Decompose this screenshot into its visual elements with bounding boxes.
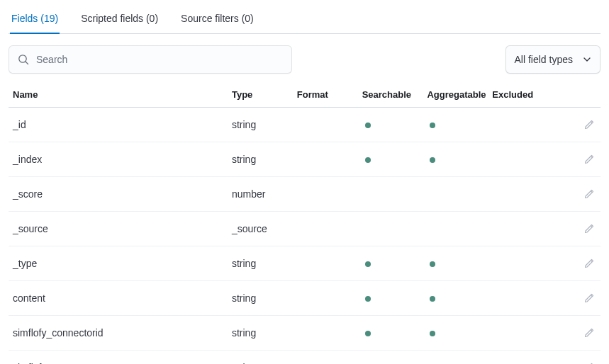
pencil-icon (583, 292, 595, 304)
pencil-icon (583, 327, 595, 339)
field-format-cell (293, 246, 358, 281)
field-edit-cell (559, 177, 600, 212)
field-type-cell: number (228, 177, 293, 212)
field-excluded-cell (488, 108, 559, 142)
svg-line-6 (591, 261, 592, 262)
field-format-cell (293, 316, 358, 351)
dot-indicator (365, 296, 371, 302)
pencil-icon (583, 154, 595, 165)
edit-button[interactable] (581, 290, 598, 307)
dot-indicator (430, 296, 435, 302)
pencil-icon (583, 223, 595, 234)
table-row: _source_source (9, 212, 600, 246)
field-type-filter[interactable]: All field types (505, 45, 600, 74)
field-searchable-cell (358, 108, 423, 142)
col-aggregatable-header[interactable]: Aggregatable (423, 84, 488, 108)
col-format-header[interactable]: Format (293, 84, 358, 108)
field-format-cell (293, 212, 358, 246)
field-edit-cell (559, 108, 600, 142)
svg-line-7 (591, 295, 592, 297)
edit-button[interactable] (581, 324, 598, 341)
field-aggregatable-cell (423, 177, 488, 212)
field-searchable-cell (358, 246, 423, 281)
pencil-icon (583, 119, 595, 130)
svg-line-8 (591, 330, 592, 331)
field-excluded-cell (488, 351, 559, 365)
svg-line-3 (591, 157, 592, 158)
field-searchable-cell (358, 281, 423, 316)
table-row: _indexstring (9, 142, 600, 177)
field-aggregatable-cell (423, 351, 488, 365)
field-searchable-cell (358, 212, 423, 246)
field-type-cell: string (228, 351, 293, 365)
pencil-icon (583, 258, 595, 269)
search-input[interactable] (36, 54, 283, 65)
svg-line-2 (591, 122, 592, 123)
table-row: _idstring (9, 108, 600, 142)
search-icon (18, 54, 29, 65)
field-excluded-cell (488, 246, 559, 281)
field-searchable-cell (358, 142, 423, 177)
col-type-header[interactable]: Type (228, 84, 293, 108)
col-edit-header (559, 84, 600, 108)
field-edit-cell (559, 351, 600, 365)
field-type-filter-label: All field types (515, 54, 573, 65)
svg-line-5 (591, 226, 592, 227)
table-row: _typestring (9, 246, 600, 281)
field-excluded-cell (488, 281, 559, 316)
field-excluded-cell (488, 212, 559, 246)
dot-indicator (430, 261, 435, 267)
edit-button[interactable] (581, 186, 598, 203)
field-aggregatable-cell (423, 108, 488, 142)
search-box[interactable] (9, 45, 292, 74)
field-edit-cell (559, 212, 600, 246)
dot-indicator (430, 157, 435, 163)
col-excluded-header[interactable]: Excluded (488, 84, 559, 108)
field-type-cell: string (228, 108, 293, 142)
tab-fields[interactable]: Fields (19) (10, 8, 60, 34)
edit-button[interactable] (581, 116, 598, 133)
tab-scripted-fields[interactable]: Scripted fields (0) (79, 8, 160, 34)
table-row: _scorenumber (9, 177, 600, 212)
tab-source-filters[interactable]: Source filters (0) (179, 8, 255, 34)
field-excluded-cell (488, 177, 559, 212)
field-name-cell: _type (9, 246, 228, 281)
field-format-cell (293, 108, 358, 142)
svg-line-1 (26, 62, 28, 64)
field-aggregatable-cell (423, 246, 488, 281)
field-excluded-cell (488, 142, 559, 177)
field-format-cell (293, 281, 358, 316)
field-type-cell: _source (228, 212, 293, 246)
field-excluded-cell (488, 316, 559, 351)
field-name-cell: _index (9, 142, 228, 177)
field-name-cell: _id (9, 108, 228, 142)
field-type-cell: string (228, 246, 293, 281)
field-aggregatable-cell (423, 212, 488, 246)
field-type-cell: string (228, 281, 293, 316)
edit-button[interactable] (581, 151, 598, 168)
dot-indicator (365, 157, 371, 163)
field-edit-cell (559, 281, 600, 316)
edit-button[interactable] (581, 359, 598, 364)
edit-button[interactable] (581, 220, 598, 237)
field-type-cell: string (228, 142, 293, 177)
col-searchable-header[interactable]: Searchable (358, 84, 423, 108)
dot-indicator (430, 123, 435, 128)
table-row: simflofy_connectoridstring (9, 316, 600, 351)
svg-line-4 (591, 191, 592, 193)
chevron-down-icon (583, 55, 591, 64)
dot-indicator (365, 261, 371, 267)
field-edit-cell (559, 316, 600, 351)
col-name-header[interactable]: Name (9, 84, 228, 108)
field-format-cell (293, 177, 358, 212)
pencil-icon (583, 188, 595, 200)
field-name-cell: simflofy_connectorid (9, 316, 228, 351)
field-edit-cell (559, 142, 600, 177)
table-header-row: Name Type Format Searchable Aggregatable… (9, 84, 600, 108)
edit-button[interactable] (581, 255, 598, 272)
dot-indicator (430, 331, 435, 336)
field-searchable-cell (358, 177, 423, 212)
field-searchable-cell (358, 351, 423, 365)
field-edit-cell (559, 246, 600, 281)
field-name-cell: simflofy_content_type (9, 351, 228, 365)
